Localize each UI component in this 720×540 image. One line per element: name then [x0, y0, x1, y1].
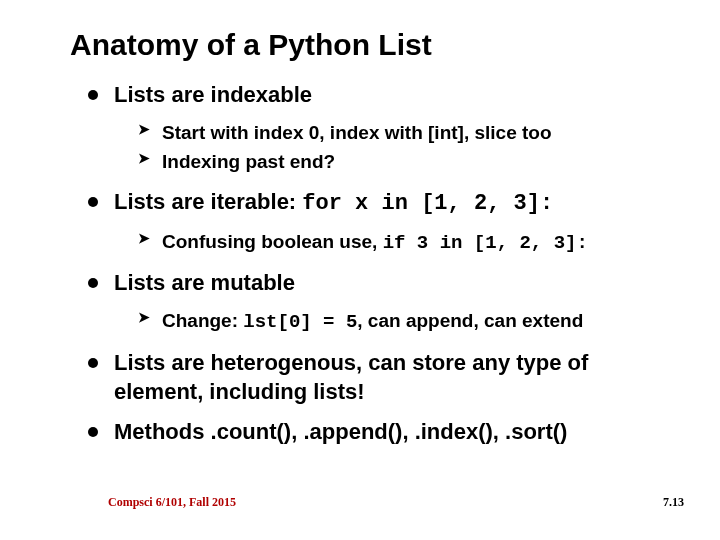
sub-item: Confusing boolean use, if 3 in [1, 2, 3]… [142, 229, 680, 257]
bullet-methods: Methods .count(), .append(), .index(), .… [94, 417, 680, 447]
code-snippet: for x in [1, 2, 3]: [302, 191, 553, 216]
sub-item: Indexing past end? [142, 149, 680, 175]
sub-list: Confusing boolean use, if 3 in [1, 2, 3]… [114, 229, 680, 257]
sub-lead: Change: [162, 310, 243, 331]
bullet-iterable: Lists are iterable: for x in [1, 2, 3]: … [94, 187, 680, 256]
sub-list: Start with index 0, index with [int], sl… [114, 120, 680, 175]
sub-tail: , can append, can extend [357, 310, 583, 331]
code-snippet: if 3 in [1, 2, 3]: [383, 232, 588, 254]
bullet-text: Lists are indexable [114, 82, 312, 107]
bullet-heterogenous: Lists are heterogenous, can store any ty… [94, 348, 680, 407]
code-snippet: lst[0] = 5 [243, 311, 357, 333]
sub-lead: Confusing boolean use, [162, 231, 383, 252]
footer-course: Compsci 6/101, Fall 2015 [108, 495, 236, 510]
slide-title: Anatomy of a Python List [70, 28, 680, 62]
bullet-list: Lists are indexable Start with index 0, … [70, 80, 680, 447]
footer-page: 7.13 [663, 495, 684, 510]
sub-item: Start with index 0, index with [int], sl… [142, 120, 680, 146]
bullet-mutable: Lists are mutable Change: lst[0] = 5, ca… [94, 268, 680, 335]
sub-list: Change: lst[0] = 5, can append, can exte… [114, 308, 680, 336]
slide: Anatomy of a Python List Lists are index… [0, 0, 720, 540]
bullet-text: Lists are mutable [114, 270, 295, 295]
bullet-lead: Lists are iterable: [114, 189, 302, 214]
sub-item: Change: lst[0] = 5, can append, can exte… [142, 308, 680, 336]
bullet-indexable: Lists are indexable Start with index 0, … [94, 80, 680, 175]
